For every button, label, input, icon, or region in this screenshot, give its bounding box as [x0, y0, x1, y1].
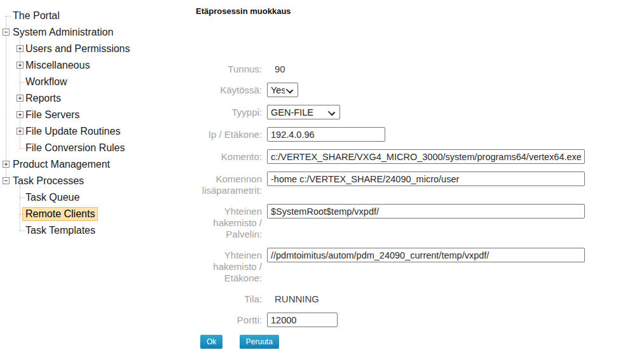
tree-item-label: Remote Clients [22, 207, 98, 221]
tila-value: RUNNING [267, 292, 319, 304]
kaytossa-select-wrap: Yes [267, 83, 298, 97]
tree-item-label: File Conversion Rules [25, 142, 125, 154]
etakone-label: Yhteinen hakemisto / Etäkone: [196, 248, 262, 284]
tree-item[interactable]: The Portal [1, 8, 192, 24]
app-window: The Portal System Administration Users a… [0, 0, 644, 364]
ip-input[interactable] [267, 127, 385, 142]
lisaparametrit-input[interactable] [267, 172, 585, 186]
tree-item-label: Miscellaneous [25, 60, 90, 71]
tree-item[interactable]: Product Management [1, 156, 192, 173]
form-row-tyyppi: Tyyppi: GEN-FILE [196, 105, 603, 119]
tree-item[interactable]: Task Processes [1, 173, 192, 189]
portti-label: Portti: [196, 313, 262, 326]
form-buttons: Ok Peruuta [200, 335, 603, 349]
tree-item[interactable]: Reports [1, 90, 192, 107]
tunnus-value: 90 [267, 62, 285, 74]
tree-connector-line [19, 214, 25, 215]
navigation-tree: The Portal System Administration Users a… [1, 8, 192, 239]
komento-input[interactable] [267, 149, 585, 164]
tyyppi-select[interactable]: GEN-FILE [267, 105, 340, 119]
form-row-portti: Portti: [196, 313, 603, 327]
tree-item-label: Product Management [13, 159, 110, 170]
edit-form: Etäprosessin muokkaus Tunnus: 90 Käytöss… [196, 6, 603, 349]
tila-label: Tila: [196, 292, 262, 305]
form-row-kaytossa: Käytössä: Yes [196, 83, 603, 97]
page-title: Etäprosessin muokkaus [196, 6, 603, 16]
tree-item-label: Task Queue [25, 192, 79, 203]
komento-label: Komento: [196, 149, 262, 163]
tree-connector-line [5, 16, 11, 17]
tree-connector-line [19, 82, 25, 83]
ip-label: Ip / Etäkone: [196, 127, 262, 140]
tree-toggle-icon[interactable] [17, 45, 24, 52]
tree-connector-line [19, 148, 25, 149]
tree-toggle-icon[interactable] [17, 62, 24, 69]
palvelin-label: Yhteinen hakemisto / Palvelin: [196, 204, 262, 240]
tree-toggle-icon[interactable] [17, 111, 24, 118]
form-row-etakone: Yhteinen hakemisto / Etäkone: [196, 248, 603, 284]
tree-toggle-icon[interactable] [3, 161, 10, 168]
tree-toggle-icon[interactable] [3, 177, 10, 184]
cancel-button[interactable]: Peruuta [240, 335, 279, 349]
tyyppi-label: Tyyppi: [196, 105, 262, 118]
tree-item-label: Reports [25, 93, 61, 104]
tree-item[interactable]: File Servers [1, 107, 192, 123]
tree-toggle-icon[interactable] [17, 95, 24, 102]
tree-toggle-icon[interactable] [3, 29, 10, 36]
tree-item-label: File Update Routines [25, 126, 120, 137]
form-row-tila: Tila: RUNNING [196, 292, 603, 305]
tree-item-label: The Portal [13, 10, 60, 22]
tree-item-label: Task Templates [25, 225, 95, 236]
tree-item[interactable]: Workflow [1, 74, 192, 90]
form-row-komento: Komento: [196, 149, 603, 164]
tree-item[interactable]: File Conversion Rules [1, 140, 192, 156]
tree-item-label: System Administration [13, 27, 113, 38]
tree-connector-line [19, 231, 25, 231]
tree-item[interactable]: Miscellaneous [1, 57, 192, 74]
form-row-tunnus: Tunnus: 90 [196, 62, 603, 75]
form-row-palvelin: Yhteinen hakemisto / Palvelin: [196, 204, 603, 240]
form-row-ip: Ip / Etäkone: [196, 127, 603, 142]
tree-item[interactable]: Task Templates [1, 222, 192, 239]
tree-item[interactable]: Task Queue [1, 189, 192, 206]
lisaparametrit-label: Komennon lisäparametrit: [196, 172, 262, 196]
tree-item-label: Task Processes [13, 175, 84, 187]
tree-item-label: Workflow [25, 76, 67, 88]
tunnus-label: Tunnus: [196, 62, 262, 75]
tree-toggle-icon[interactable] [17, 128, 24, 135]
tree-item[interactable]: Remote Clients [1, 206, 192, 222]
tyyppi-select-wrap: GEN-FILE [267, 105, 340, 119]
etakone-input[interactable] [267, 248, 585, 262]
form-row-lisaparametrit: Komennon lisäparametrit: [196, 172, 603, 196]
kaytossa-label: Käytössä: [196, 83, 262, 96]
portti-input[interactable] [267, 313, 338, 327]
tree-item-label: Users and Permissions [25, 43, 130, 55]
ok-button[interactable]: Ok [200, 335, 223, 349]
kaytossa-select[interactable]: Yes [267, 83, 298, 97]
tree-connector-line [19, 198, 25, 198]
tree-item-label: File Servers [25, 109, 79, 121]
tree-item[interactable]: File Update Routines [1, 123, 192, 140]
tree-item[interactable]: System Administration [1, 24, 192, 41]
palvelin-input[interactable] [267, 204, 585, 219]
tree-item[interactable]: Users and Permissions [1, 41, 192, 57]
